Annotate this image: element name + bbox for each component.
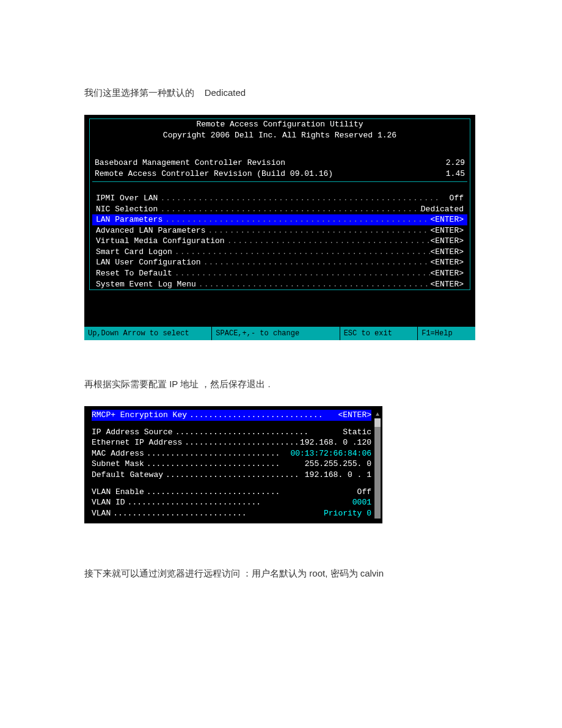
scrollbar[interactable]: ▲ (374, 411, 381, 519)
config-label: VLAN ID (92, 497, 125, 508)
paragraph-3: 接下来就可以通过浏览器进行远程访问 ：用户名默认为 root, 密码为 calv… (84, 566, 478, 581)
config-fill: ............................ (125, 497, 352, 508)
config-fill: ............................ (163, 470, 305, 481)
menu-fill: ........................................… (172, 247, 431, 258)
config-row[interactable]: MAC Address ............................… (92, 448, 371, 459)
config-fill: ............................ (144, 459, 305, 470)
config-value: 255.255.255. 0 (305, 459, 371, 470)
config-row[interactable]: IP Address Source ......................… (92, 427, 371, 438)
paragraph-1: 我们这里选择第一种默认的 Dedicated (84, 86, 478, 100)
document-page: 我们这里选择第一种默认的 Dedicated Remote Access Con… (0, 0, 562, 581)
config-row[interactable]: Subnet Mask ............................… (92, 459, 371, 470)
config-fill: ............................ (187, 410, 338, 421)
config-value: Off (357, 487, 371, 498)
info-row: Remote Access Controller Revision (Build… (92, 169, 467, 180)
menu-value: <ENTER> (430, 214, 464, 225)
config-fill: ............................ (144, 448, 291, 459)
scroll-thumb[interactable] (374, 418, 381, 427)
info-value: 1.45 (446, 169, 465, 180)
config-value: <ENTER> (338, 410, 371, 421)
menu-item[interactable]: IPMI Over LAN ..........................… (92, 193, 467, 204)
config-label: Subnet Mask (92, 459, 144, 470)
menu-item[interactable]: LAN User Configuration .................… (92, 257, 467, 268)
menu-item[interactable]: System Event Log Menu ..................… (92, 279, 467, 290)
status-nav-hint: Up,Down Arrow to select (84, 327, 212, 340)
menu-item[interactable]: LAN Parameters .........................… (92, 214, 467, 225)
info-label: Baseboard Management Controller Revision (95, 158, 285, 169)
config-value: Priority 0 (324, 508, 371, 519)
menu-fill: ........................................… (196, 279, 431, 290)
config-fill: ............................ (111, 508, 324, 519)
menu-value: Dedicated (421, 204, 464, 215)
menu-value: <ENTER> (430, 225, 464, 236)
menu-item[interactable]: Virtual Media Configuration ............… (92, 236, 467, 247)
menu-fill: ........................................… (162, 214, 430, 225)
menu-label: System Event Log Menu (96, 279, 196, 290)
config-row[interactable]: VLAN ID ............................0001 (92, 497, 371, 508)
info-row: Baseboard Management Controller Revision… (92, 158, 467, 169)
bios-screen-2: RMCP+ Encryption Key ...................… (84, 406, 382, 523)
menu-label: LAN User Configuration (96, 257, 201, 268)
status-help-hint: F1=Help (418, 327, 475, 340)
config-fill: ............................ (173, 427, 343, 438)
menu-label: NIC Selection (96, 204, 158, 215)
config-row[interactable]: RMCP+ Encryption Key ...................… (92, 410, 371, 421)
config-value: 192.168. 0 .120 (300, 437, 371, 448)
menu-value: <ENTER> (430, 279, 464, 290)
config-label: RMCP+ Encryption Key (92, 410, 187, 421)
menu-value: <ENTER> (430, 268, 464, 279)
status-bar: Up,Down Arrow to select SPACE,+,- to cha… (84, 327, 475, 340)
config-label: VLAN (92, 508, 111, 519)
menu-label: Smart Card Logon (96, 247, 172, 258)
config-fill: ............................ (144, 487, 357, 498)
menu-value: <ENTER> (430, 236, 464, 247)
menu-label: LAN Parameters (96, 214, 162, 225)
status-exit-hint: ESC to exit (340, 327, 418, 340)
menu-value: <ENTER> (430, 247, 464, 258)
menu-fill: ........................................… (158, 193, 449, 204)
config-fill: ............................ (182, 437, 300, 448)
paragraph-2: 再根据实际需要配置 IP 地址 ，然后保存退出 . (84, 377, 478, 391)
config-value: Static (343, 427, 371, 438)
config-value: 0001 (352, 497, 371, 508)
menu-item[interactable]: NIC Selection ..........................… (92, 204, 467, 215)
menu-label: Reset To Default (96, 268, 172, 279)
status-change-hint: SPACE,+,- to change (212, 327, 340, 340)
scroll-up-arrow-icon[interactable]: ▲ (374, 411, 381, 418)
menu-fill: ........................................… (225, 236, 431, 247)
menu-fill: ........................................… (158, 204, 420, 215)
menu-item[interactable]: Advanced LAN Parameters ................… (92, 225, 467, 236)
config-value: 00:13:72:66:84:06 (290, 448, 371, 459)
menu-label: Advanced LAN Parameters (96, 225, 205, 236)
info-value: 2.29 (446, 158, 465, 169)
config-row[interactable]: VLAN Enable ............................… (92, 487, 371, 498)
menu-fill: ........................................… (205, 225, 430, 236)
menu-value: Off (450, 193, 464, 204)
menu-fill: ........................................… (201, 257, 431, 268)
bios-screen-1: Remote Access Configuration Utility Copy… (84, 115, 475, 340)
paragraph-1-prefix: 我们这里选择第一种默认的 (84, 87, 194, 98)
paragraph-1-suffix: Dedicated (205, 87, 246, 98)
config-row[interactable]: VLAN ............................Priorit… (92, 508, 371, 519)
menu-item[interactable]: Smart Card Logon .......................… (92, 247, 467, 258)
config-label: Ethernet IP Address (92, 437, 182, 448)
menu-label: IPMI Over LAN (96, 193, 158, 204)
menu-item[interactable]: Reset To Default .......................… (92, 268, 467, 279)
config-label: MAC Address (92, 448, 144, 459)
title-box: Remote Access Configuration Utility Copy… (89, 118, 470, 290)
menu-value: <ENTER> (430, 257, 464, 268)
menu-label: Virtual Media Configuration (96, 236, 225, 247)
config-label: Default Gateway (92, 470, 163, 481)
info-label: Remote Access Controller Revision (Build… (95, 169, 333, 180)
config-label: IP Address Source (92, 427, 173, 438)
title-line-2: Copyright 2006 Dell Inc. All Rights Rese… (92, 130, 467, 141)
menu-fill: ........................................… (172, 268, 431, 279)
config-label: VLAN Enable (92, 487, 144, 498)
config-row[interactable]: Ethernet IP Address ....................… (92, 437, 371, 448)
config-value: 192.168. 0 . 1 (305, 470, 371, 481)
config-row[interactable]: Default Gateway ........................… (92, 470, 371, 481)
title-line-1: Remote Access Configuration Utility (92, 119, 467, 130)
